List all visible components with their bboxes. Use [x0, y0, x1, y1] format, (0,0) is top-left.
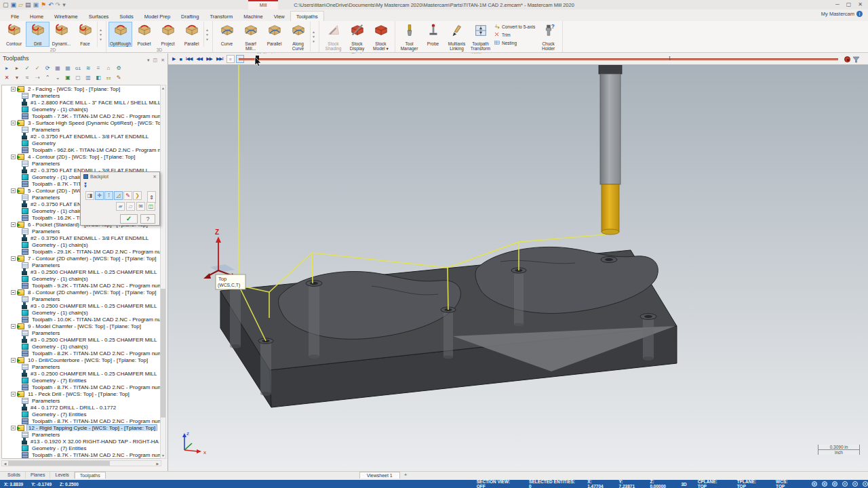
stock-button[interactable]: Stock Display — [345, 22, 369, 52]
ribbon-tab-file[interactable]: File — [5, 12, 24, 21]
gallery-more-button[interactable]: ▲▼▼ — [310, 22, 317, 52]
scroll-arrow-button[interactable]: ▢ — [73, 73, 83, 81]
ribbon-tab-surfaces[interactable]: Surfaces — [83, 12, 115, 21]
panel-tab-solids[interactable]: Solids — [3, 472, 26, 479]
ribbon-tab-model-prep[interactable]: Model Prep — [139, 12, 176, 21]
plane-toggle-icon[interactable] — [832, 481, 837, 487]
status-field[interactable]: WCS: TOP — [776, 479, 797, 488]
toolpath-tree-item[interactable]: Toolpath - 962.6K - TITAN-1M CAD 2.NC - … — [2, 146, 161, 153]
backplot-save-button[interactable]: ◫ — [146, 202, 155, 211]
redo-icon[interactable]: ↷ — [56, 1, 61, 8]
ribbon-tab-transform[interactable]: Transform — [204, 12, 238, 21]
swarf-mill--button[interactable]: Swarf Mill... — [239, 22, 262, 52]
parallel-button[interactable]: Parallel — [180, 22, 203, 47]
face-button[interactable]: Face — [73, 22, 97, 47]
mill-context-tab[interactable]: Mill — [248, 0, 278, 9]
toolpath-button[interactable]: Toolpath Transform — [469, 22, 492, 52]
move-up-button[interactable]: ⌃ — [43, 73, 52, 81]
toolpath-tree-item[interactable]: Parameters — [2, 329, 161, 336]
ribbon-tab-toolpaths[interactable]: Toolpaths — [290, 11, 324, 21]
verify-button[interactable]: ▦ — [53, 64, 62, 72]
maximize-button[interactable]: ▢ — [846, 1, 852, 7]
plane-toggle-icon[interactable] — [852, 481, 858, 487]
toolpath-tree-item[interactable]: Parameters — [2, 262, 161, 268]
chevron-down-icon[interactable]: ▾ — [147, 58, 150, 62]
collapse-expander-icon[interactable] — [11, 256, 16, 261]
select-all-operations-button[interactable]: ▸ — [2, 64, 12, 72]
stop-condition-icon[interactable] — [844, 56, 850, 62]
plane-toggle-icon[interactable] — [812, 481, 817, 487]
geometry-button[interactable]: ◧ — [94, 73, 103, 81]
ribbon-tab-drafting[interactable]: Drafting — [176, 12, 204, 21]
toolpath-operation-item[interactable]: 7 - Contour (2D chamfer) - [WCS: Top] - … — [2, 255, 161, 262]
status-field[interactable]: CPLANE: TOP — [698, 479, 726, 488]
toolpath-tree-item[interactable]: Parameters — [2, 228, 161, 235]
ribbon-tab-machine[interactable]: Machine — [238, 12, 268, 21]
new-file-icon[interactable]: ▢ — [3, 1, 9, 8]
collapse-expander-icon[interactable] — [11, 392, 16, 396]
status-field[interactable]: SELECTED ENTITIES: 0 — [529, 479, 576, 488]
backplot-display-holder-button[interactable]: ⊺ — [104, 191, 113, 200]
toolpath-tree-item[interactable]: Parameters — [2, 126, 161, 133]
delete-operations-button[interactable]: ✕ — [2, 73, 12, 81]
go-to-end-button[interactable]: ▶▶I — [214, 56, 225, 62]
toolpath-tree-item[interactable]: Parameters — [2, 431, 161, 438]
backplot-display-rapid-button[interactable]: ◿ — [114, 191, 123, 200]
scroll-thumb[interactable] — [161, 289, 165, 418]
toolpath-tree-item[interactable]: Parameters — [2, 363, 161, 370]
toolpath-tree-item[interactable]: #13 - 0.1920 X 32.00 RIGHT-HAND TAP - RI… — [2, 438, 161, 445]
toolpath-tree-item[interactable]: #4 - 0.1772 DRILL - DRILL - 0.1772 — [2, 404, 161, 411]
project-button[interactable]: Project — [156, 22, 180, 47]
toolpath-tree-item[interactable]: Geometry - (7) Entities — [2, 411, 161, 418]
close-icon[interactable]: ✕ — [161, 58, 165, 62]
toolpath-tree-item[interactable]: Parameters — [2, 92, 161, 99]
toolpath-tree-item[interactable]: #3 - 0.2500 CHAMFER MILL - 0.25 CHAMFER … — [2, 268, 161, 275]
backplot-display-tool-button[interactable]: ✛ — [95, 191, 104, 200]
dynami--button[interactable]: Dynami... — [50, 22, 73, 47]
toolpath-operation-item[interactable]: 12 - Rigid Tapping Cycle - [WCS: Top] - … — [2, 424, 161, 431]
regen-all-dirty-button[interactable]: ✓ — [33, 64, 42, 72]
collapse-expander-icon[interactable] — [11, 290, 16, 295]
ribbon-tab-view[interactable]: View — [269, 12, 290, 21]
toolpath-tree-item[interactable]: Toolpath - 8.7K - TITAN-1M CAD 2.NC - Pr… — [2, 418, 161, 424]
toolpath-tree-item[interactable]: Geometry - (1) chain(s) — [2, 309, 161, 316]
collapse-expander-icon[interactable] — [11, 121, 16, 125]
toolpath-tree-item[interactable]: #2 - 0.3750 FLAT ENDMILL - 3/8 FLAT ENDM… — [2, 133, 161, 140]
post-button[interactable]: G1 — [73, 64, 83, 72]
filter-icon[interactable] — [852, 56, 860, 63]
backplot-machine-button[interactable]: ◨ — [85, 191, 94, 200]
play-button[interactable]: ▶ — [170, 56, 177, 62]
options-button[interactable]: ⚙ — [114, 64, 123, 72]
status-field[interactable]: X: 1.47704 — [587, 479, 608, 488]
gallery-more-button[interactable]: ▲▼▼ — [97, 22, 104, 47]
backplot-vectors-button[interactable]: ❯ — [133, 191, 142, 200]
toolpath-tree-item[interactable]: #1 - 2.8800 FACE MILL - 3" FACE MILL / S… — [2, 99, 161, 106]
toolpath-tree-item[interactable]: #3 - 0.2500 CHAMFER MILL - 0.25 CHAMFER … — [2, 336, 161, 343]
report-button[interactable]: ⚏ — [104, 73, 113, 81]
backplot-export-button[interactable]: ✉ — [136, 202, 145, 211]
panel-tab-toolpaths[interactable]: Toolpaths — [75, 472, 106, 479]
select-all-dirty-button[interactable]: ▸ — [12, 64, 22, 72]
step-forward-button[interactable]: ▶▶ — [204, 56, 214, 62]
ribbon-tab-home[interactable]: Home — [24, 12, 49, 21]
scroll-up-icon[interactable]: ▲ — [161, 86, 165, 90]
plane-toggle-icon[interactable] — [863, 481, 868, 487]
toolpath-operation-item[interactable]: 11 - Peck Drill - [WCS: Top] - [Tplane: … — [2, 390, 161, 397]
drill-button[interactable]: Drill — [26, 22, 50, 47]
collapse-expander-icon[interactable] — [11, 155, 16, 159]
toolpath-tree-item[interactable]: Toolpath - 8.2K - TITAN-1M CAD 2.NC - Pr… — [2, 350, 161, 357]
toolpath-tree-item[interactable]: Toolpath - 10.0K - TITAN-1M CAD 2.NC - P… — [2, 316, 161, 323]
open-file-icon[interactable]: ▱ — [18, 1, 23, 8]
toolpath-tree-item[interactable]: Geometry - (1) chain(s) — [2, 106, 161, 113]
toolpath-tree-item[interactable]: Toolpath - 8.7K - TITAN-1M CAD 2.NC - Pr… — [2, 384, 161, 390]
toolpath-operation-item[interactable]: 3 - Surface High Speed (Dynamic OptiRest… — [2, 119, 161, 126]
highfeed-button[interactable]: ≋ — [83, 64, 93, 72]
scroll-thumb-horizontal[interactable] — [8, 461, 110, 466]
status-field[interactable]: TPLANE: TOP — [737, 479, 765, 488]
backplot-dialog[interactable]: Backplot ✕ ▼▼ ◨✛⊺◿✎❯⇕ ▰▱✉◫ ✓ ? — [80, 171, 160, 226]
toolpath-operation-item[interactable]: 9 - Model Chamfer - [WCS: Top] - [Tplane… — [2, 323, 161, 329]
go-to-start-button[interactable]: I◀◀ — [184, 56, 195, 62]
stock-button[interactable]: Stock Shading — [321, 22, 345, 52]
regen-selected-button[interactable]: ✓ — [22, 64, 32, 72]
status-field[interactable]: SECTION VIEW: OFF — [477, 479, 518, 488]
